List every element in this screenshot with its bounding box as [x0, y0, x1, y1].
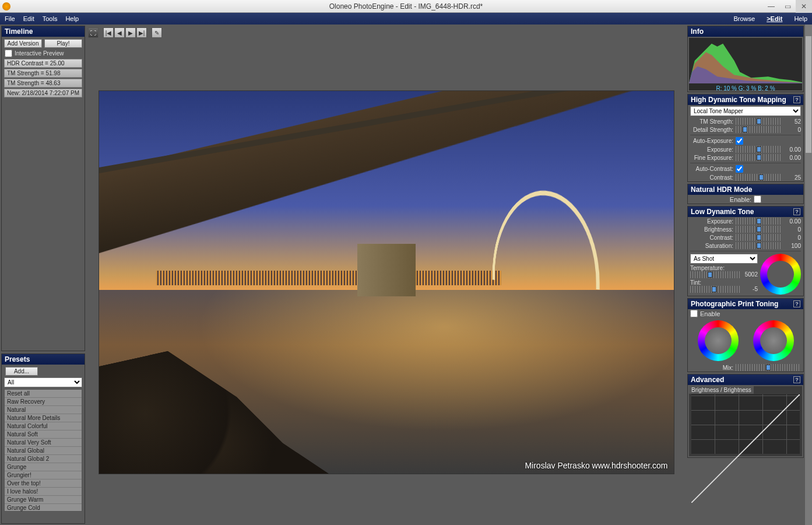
ldt-exposure-slider[interactable] [736, 218, 782, 225]
preset-item[interactable]: Grunge [5, 463, 82, 471]
fit-screen-icon[interactable]: ⛶ [88, 27, 99, 38]
advanced-panel: Advanced? Brightness / Brightness [687, 374, 804, 458]
add-version-button[interactable]: Add Version [4, 39, 42, 48]
preset-item[interactable]: Grunge Cold [5, 504, 82, 512]
nav-first-icon[interactable]: |◀ [103, 27, 114, 38]
preset-item[interactable]: Over the top! [5, 480, 82, 488]
window-controls: — ▭ ✕ [763, 0, 812, 13]
timeline-item[interactable]: HDR Contrast = 25.00 [4, 59, 82, 68]
preset-item[interactable]: Natural Soft [5, 430, 82, 439]
tm-strength-slider[interactable] [736, 118, 782, 125]
print-toning-panel: Photographic Print Toning? Enable Mix: [687, 298, 804, 372]
ldt-contrast-slider[interactable] [736, 234, 782, 241]
toning-enable-checkbox[interactable]: Enable [688, 309, 803, 318]
fine-exposure-slider[interactable] [736, 154, 782, 161]
menubar: File Edit Tools Help Browse Edit Help [0, 13, 812, 24]
image-canvas[interactable]: Miroslav Petrasko www.hdrshooter.com [88, 41, 684, 523]
natural-hdr-panel: Natural HDR Mode Enable: [687, 184, 804, 204]
info-header: Info [688, 26, 803, 37]
histogram: R: 10 % G: 3 % B: 2 % [689, 38, 802, 90]
preset-item[interactable]: Natural Global 2 [5, 455, 82, 463]
preset-list[interactable]: Reset all Raw Recovery Natural Natural M… [4, 389, 82, 512]
eyedropper-icon[interactable]: ✎ [152, 27, 162, 38]
app-icon [2, 2, 10, 10]
menu-edit[interactable]: Edit [23, 15, 34, 22]
presets-header: Presets [2, 354, 85, 365]
nav-next-icon[interactable]: ▶ [125, 27, 136, 38]
wb-color-wheel[interactable] [760, 254, 801, 295]
timeline-item[interactable]: TM Strength = 51.98 [4, 69, 82, 78]
hdtm-panel: High Dynamic Tone Mapping? Local Tone Ma… [687, 94, 804, 182]
timeline-panel: Timeline Add Version Play! Interactive P… [1, 26, 85, 351]
timeline-header: Timeline [2, 26, 85, 37]
auto-exposure-checkbox[interactable] [736, 137, 743, 145]
preset-item[interactable]: Reset all [5, 390, 82, 398]
help-icon[interactable]: ? [793, 96, 800, 103]
right-scrollbar[interactable] [805, 24, 812, 525]
window-title: Oloneo PhotoEngine - Edit - IMG_6448-HDR… [329, 2, 483, 10]
menu-help[interactable]: Help [65, 15, 79, 22]
toning-mix-slider[interactable] [736, 364, 801, 371]
image-preview: Miroslav Petrasko www.hdrshooter.com [99, 90, 674, 474]
tint-slider[interactable] [690, 286, 740, 293]
info-panel: Info R: 10 % G: 3 % B: 2 % [687, 26, 804, 92]
curve-editor[interactable] [691, 394, 800, 454]
menu-file[interactable]: File [5, 15, 15, 22]
maximize-button[interactable]: ▭ [779, 0, 796, 13]
preset-item[interactable]: Natural More Details [5, 414, 82, 422]
help-icon[interactable]: ? [793, 208, 800, 215]
curve-channel-tab[interactable]: Brightness / Brightness [689, 386, 754, 394]
timeline-item[interactable]: New: 2/18/2014 7:22:07 PM [4, 89, 82, 97]
nav-edit[interactable]: Edit [767, 15, 782, 22]
help-icon[interactable]: ? [793, 300, 800, 307]
watermark-text: Miroslav Petrasko www.hdrshooter.com [525, 461, 667, 470]
natural-hdr-enable-checkbox[interactable] [754, 195, 761, 203]
minimize-button[interactable]: — [763, 0, 779, 13]
preset-filter-select[interactable]: All [4, 377, 82, 387]
wb-preset-select[interactable]: As Shot [690, 254, 758, 264]
preset-item[interactable]: Natural Very Soft [5, 439, 82, 447]
exposure-slider[interactable] [736, 146, 782, 153]
timeline-item[interactable]: TM Strength = 48.63 [4, 79, 82, 88]
interactive-preview-checkbox[interactable]: Interactive Preview [4, 49, 82, 58]
preset-item[interactable]: Natural Colorful [5, 422, 82, 430]
close-button[interactable]: ✕ [796, 0, 812, 13]
presets-panel: Presets Add... All Reset all Raw Recover… [1, 354, 85, 524]
window-titlebar: Oloneo PhotoEngine - Edit - IMG_6448-HDR… [0, 0, 812, 13]
hdr-contrast-slider[interactable] [736, 174, 782, 181]
menu-tools[interactable]: Tools [43, 15, 58, 22]
preset-item[interactable]: Grungier! [5, 471, 82, 480]
nav-prev-icon[interactable]: ◀ [114, 27, 125, 38]
shadows-tone-wheel[interactable] [698, 320, 739, 361]
ldt-brightness-slider[interactable] [736, 226, 782, 233]
auto-contrast-checkbox[interactable] [736, 165, 743, 173]
highlights-tone-wheel[interactable] [753, 320, 794, 361]
preset-item[interactable]: Natural [5, 406, 82, 414]
help-icon[interactable]: ? [793, 376, 800, 383]
nav-browse[interactable]: Browse [733, 15, 755, 22]
detail-strength-slider[interactable] [736, 126, 782, 133]
preset-item[interactable]: Grunge Warm [5, 496, 82, 504]
ldt-panel: Low Dynamic Tone? Exposure:0.00 Brightne… [687, 206, 804, 296]
play-button[interactable]: Play! [44, 39, 82, 48]
nav-help[interactable]: Help [794, 15, 807, 22]
tone-mapper-select[interactable]: Local Tone Mapper [690, 106, 801, 116]
preset-item[interactable]: Raw Recovery [5, 398, 82, 406]
svg-line-3 [691, 394, 800, 503]
histogram-readout: R: 10 % G: 3 % B: 2 % [689, 85, 802, 92]
preset-add-button[interactable]: Add... [5, 367, 38, 376]
view-toolbar: ⛶ |◀ ◀ ▶ ▶| ✎ [88, 26, 684, 39]
preset-item[interactable]: I love halos! [5, 488, 82, 496]
hdtm-header: High Dynamic Tone Mapping? [688, 94, 803, 105]
ldt-saturation-slider[interactable] [736, 242, 782, 249]
temperature-slider[interactable] [690, 271, 740, 278]
preset-item[interactable]: Natural Global [5, 447, 82, 455]
nav-last-icon[interactable]: ▶| [136, 27, 147, 38]
